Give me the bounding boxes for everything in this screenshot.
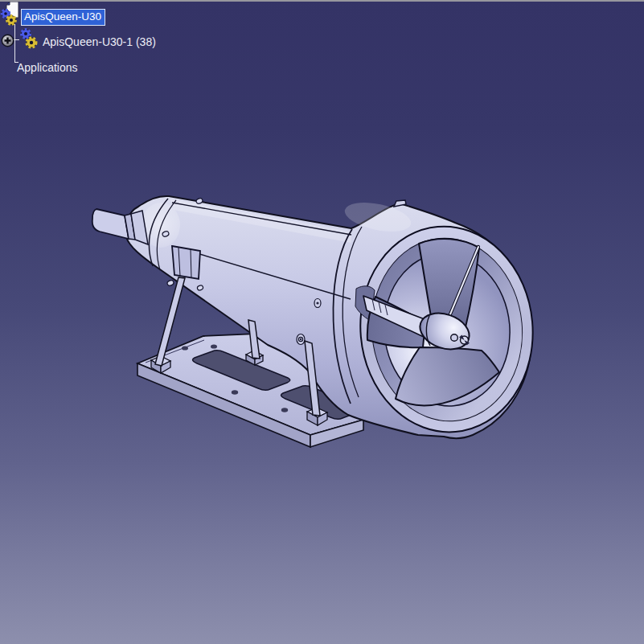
plus-expander-icon[interactable] xyxy=(1,34,14,47)
tree-node-component[interactable]: ApisQueen-U30-1 (38) xyxy=(43,35,156,48)
window-top-border xyxy=(0,0,644,2)
tree-node-applications[interactable]: Applications xyxy=(17,61,78,74)
gear-yellow-icon xyxy=(27,38,36,47)
tree-connector-vertical xyxy=(14,24,15,63)
mounting-clamp[interactable] xyxy=(172,246,200,279)
product-document-icon xyxy=(0,0,23,27)
specification-tree[interactable]: ApisQueen-U30 ApisQueen-U30-1 (38) Appli… xyxy=(0,0,257,88)
gear-blue-icon xyxy=(22,30,31,39)
gear-yellow-icon xyxy=(7,16,16,25)
tree-node-root[interactable]: ApisQueen-U30 xyxy=(21,9,105,26)
cable-connector[interactable] xyxy=(92,209,148,244)
viewport-3d[interactable] xyxy=(0,0,644,644)
component-gears-icon xyxy=(18,27,40,51)
catia-window: { "window": { "top_border_color": "#9797… xyxy=(0,0,644,644)
hub-screw xyxy=(451,334,458,342)
